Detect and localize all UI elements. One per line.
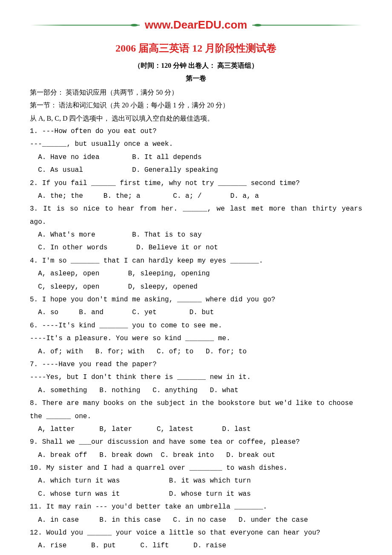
question-line: 7. ----Have you read the paper? (30, 358, 362, 371)
exam-title: 2006 届高三英语 12 月阶段性测试卷 (30, 39, 362, 58)
option-line: A, asleep, open B, sleeping, opening (30, 267, 362, 280)
question-item: 12. Would you ______ your voice a little… (30, 526, 362, 552)
question-line: 6. ----It's kind _______ you to come to … (30, 319, 362, 332)
option-line: A. something B. nothing C. anything D. w… (30, 384, 362, 397)
rule-right-icon (252, 25, 362, 26)
option-line: C, sleepy, open D, sleepy, opened (30, 280, 362, 293)
page: www.DearEDU.com 2006 届高三英语 12 月阶段性测试卷 （时… (0, 0, 392, 555)
option-line: C. As usual D. Generally speaking (30, 164, 362, 176)
header-ornament: www.DearEDU.com (30, 14, 362, 35)
question-item: 3. It is so nice to hear from her. _____… (30, 202, 362, 254)
volume-label: 第一卷 (30, 72, 362, 85)
option-line: A. What's more B. That is to say (30, 228, 362, 241)
question-line: 11. It may rain --- you'd better take an… (30, 500, 362, 513)
question-line: 12. Would you ______ your voice a little… (30, 526, 362, 539)
question-item: 2. If you fail ______ first time, why no… (30, 177, 362, 203)
question-item: 8. There are many books on the subject i… (30, 397, 362, 436)
section-heading: 第一节： 语法和词汇知识（共 20 小题；每小题 1 分，满分 20 分） (30, 99, 362, 112)
rule-left-icon (30, 25, 140, 26)
question-item: 1. ---How often do you eat out? ---_____… (30, 125, 362, 177)
question-item: 6. ----It's kind _______ you to come to … (30, 319, 362, 358)
instruction: 从 A, B, C, D 四个选项中， 选出可以填入空自处的最佳选项。 (30, 112, 362, 125)
option-line: A. in case B. in this case C. in no case… (30, 514, 362, 526)
question-line: ----Yes, but I don't think there is ____… (30, 371, 362, 384)
question-line: 5. I hope you don't mind me asking, ____… (30, 293, 362, 306)
exam-subtitle: （时间：120 分钟 出卷人： 高三英语组） (30, 59, 362, 72)
question-line: 1. ---How often do you eat out? (30, 125, 362, 138)
part-heading: 第一部分： 英语知识应用（共两节，满分 50 分） (30, 86, 362, 99)
option-line: C. whose turn was it D. whose turn it wa… (30, 488, 362, 500)
option-line: A. the; the B. the; a C. a; / D. a, a (30, 190, 362, 202)
question-item: 5. I hope you don't mind me asking, ____… (30, 293, 362, 319)
question-list: 1. ---How often do you eat out? ---_____… (30, 125, 362, 555)
option-line: A. of; with B. for; with C. of; to D. fo… (30, 345, 362, 358)
question-line: 3. It is so nice to hear from her. _____… (30, 202, 362, 228)
question-item: 11. It may rain --- you'd better take an… (30, 500, 362, 526)
question-line: ----It's a pleasure. You were so kind __… (30, 332, 362, 345)
question-item: 4. I'm so _______ that I can hardly keep… (30, 254, 362, 293)
question-item: 9. Shall we ___our discussion and have s… (30, 436, 362, 462)
question-item: 13. That passenger was very impolite to … (30, 552, 362, 555)
question-item: 7. ----Have you read the paper? ----Yes,… (30, 358, 362, 397)
question-line: ---______, but usually once a week. (30, 138, 362, 150)
option-line: A. rise B. put C. lift D. raise (30, 539, 362, 552)
question-line: 13. That passenger was very impolite to … (30, 552, 362, 555)
question-line: 10. My sister and I had a quarrel over _… (30, 462, 362, 474)
question-line: 4. I'm so _______ that I can hardly keep… (30, 254, 362, 267)
question-line: the ______ one. (30, 410, 362, 423)
question-line: 9. Shall we ___our discussion and have s… (30, 436, 362, 448)
question-line: 8. There are many books on the subject i… (30, 397, 362, 410)
question-line: 2. If you fail ______ first time, why no… (30, 177, 362, 190)
brand-url: www.DearEDU.com (140, 14, 252, 35)
option-line: C. In other words D. Believe it or not (30, 241, 362, 254)
question-item: 10. My sister and I had a quarrel over _… (30, 462, 362, 500)
option-line: A. which turn it was B. it was which tur… (30, 474, 362, 487)
option-line: A. so B. and C. yet D. but (30, 306, 362, 319)
option-line: A. Have no idea B. It all depends (30, 151, 362, 164)
option-line: A. break off B. break down C. break into… (30, 449, 362, 462)
option-line: A, latter B, later C, latest D. last (30, 423, 362, 436)
